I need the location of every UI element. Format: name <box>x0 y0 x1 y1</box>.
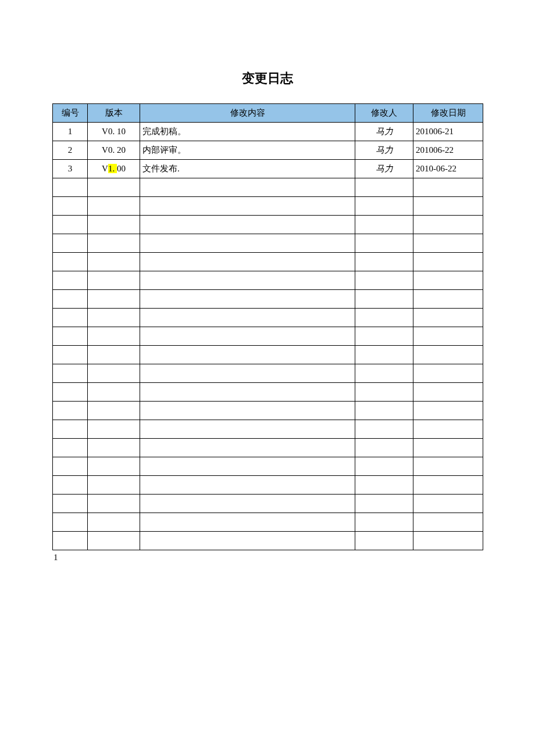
cell-content: 内部评审。 <box>140 141 355 160</box>
cell-empty <box>53 420 88 439</box>
cell-modifier: 马力 <box>355 123 413 141</box>
table-row-empty <box>53 197 483 216</box>
cell-empty <box>355 290 413 309</box>
cell-empty <box>53 513 88 532</box>
cell-empty <box>53 383 88 402</box>
cell-empty <box>140 476 355 495</box>
cell-empty <box>53 234 88 253</box>
cell-empty <box>140 197 355 216</box>
cell-empty <box>88 216 140 234</box>
changelog-table: 编号 版本 修改内容 修改人 修改日期 1V0. 10完成初稿。马力201006… <box>52 103 483 550</box>
cell-empty <box>355 495 413 513</box>
table-row-empty <box>53 383 483 402</box>
table-body: 1V0. 10完成初稿。马力201006-212V0. 20内部评审。马力201… <box>53 123 483 550</box>
cell-modifier: 马力 <box>355 141 413 160</box>
cell-empty <box>355 402 413 420</box>
cell-id: 2 <box>53 141 88 160</box>
cell-empty <box>140 439 355 457</box>
cell-empty <box>53 327 88 346</box>
cell-empty <box>88 476 140 495</box>
cell-version: V0. 20 <box>88 141 140 160</box>
cell-empty <box>413 327 483 346</box>
header-id: 编号 <box>53 104 88 123</box>
cell-empty <box>53 290 88 309</box>
cell-id: 1 <box>53 123 88 141</box>
table-row-empty <box>53 364 483 383</box>
cell-date: 2010-06-22 <box>413 160 483 178</box>
cell-empty <box>53 439 88 457</box>
cell-empty <box>413 197 483 216</box>
version-highlight: 1. <box>108 164 117 173</box>
cell-empty <box>53 346 88 364</box>
cell-empty <box>88 253 140 271</box>
cell-empty <box>413 495 483 513</box>
table-row-empty <box>53 271 483 290</box>
cell-empty <box>88 457 140 476</box>
cell-empty <box>413 271 483 290</box>
table-row-empty <box>53 234 483 253</box>
cell-empty <box>413 346 483 364</box>
table-row-empty <box>53 532 483 550</box>
table-row-empty <box>53 420 483 439</box>
cell-empty <box>53 495 88 513</box>
cell-empty <box>355 383 413 402</box>
cell-empty <box>413 234 483 253</box>
header-version: 版本 <box>88 104 140 123</box>
cell-empty <box>53 364 88 383</box>
version-suffix: 10 <box>117 127 126 136</box>
cell-empty <box>355 364 413 383</box>
cell-empty <box>413 178 483 197</box>
cell-empty <box>140 271 355 290</box>
cell-empty <box>88 309 140 327</box>
cell-empty <box>53 253 88 271</box>
cell-empty <box>355 476 413 495</box>
cell-id: 3 <box>53 160 88 178</box>
cell-empty <box>88 271 140 290</box>
table-row-empty <box>53 178 483 197</box>
cell-empty <box>355 216 413 234</box>
table-row: 2V0. 20内部评审。马力201006-22 <box>53 141 483 160</box>
cell-modifier: 马力 <box>355 160 413 178</box>
table-row-empty <box>53 495 483 513</box>
cell-version: V0. 10 <box>88 123 140 141</box>
table-row-empty <box>53 346 483 364</box>
cell-empty <box>413 532 483 550</box>
cell-empty <box>413 364 483 383</box>
cell-empty <box>53 476 88 495</box>
cell-empty <box>140 457 355 476</box>
table-row-empty <box>53 513 483 532</box>
cell-empty <box>140 178 355 197</box>
cell-empty <box>355 234 413 253</box>
version-suffix: 20 <box>117 145 126 155</box>
cell-empty <box>140 532 355 550</box>
table-row-empty <box>53 439 483 457</box>
header-date: 修改日期 <box>413 104 483 123</box>
table-row-empty <box>53 216 483 234</box>
header-content: 修改内容 <box>140 104 355 123</box>
version-prefix: V0. <box>102 145 117 155</box>
cell-empty <box>355 457 413 476</box>
cell-date: 201006-22 <box>413 141 483 160</box>
header-modifier: 修改人 <box>355 104 413 123</box>
cell-empty <box>88 513 140 532</box>
cell-empty <box>355 197 413 216</box>
table-row-empty <box>53 327 483 346</box>
page-number: 1 <box>54 553 483 562</box>
cell-empty <box>53 309 88 327</box>
cell-empty <box>413 457 483 476</box>
cell-empty <box>53 457 88 476</box>
cell-empty <box>140 513 355 532</box>
cell-empty <box>88 402 140 420</box>
table-row-empty <box>53 457 483 476</box>
cell-empty <box>355 327 413 346</box>
cell-empty <box>53 216 88 234</box>
cell-empty <box>140 309 355 327</box>
cell-empty <box>140 420 355 439</box>
cell-empty <box>413 439 483 457</box>
cell-empty <box>355 420 413 439</box>
cell-empty <box>53 197 88 216</box>
cell-content: 文件发布. <box>140 160 355 178</box>
cell-empty <box>413 383 483 402</box>
cell-empty <box>53 532 88 550</box>
cell-empty <box>140 216 355 234</box>
